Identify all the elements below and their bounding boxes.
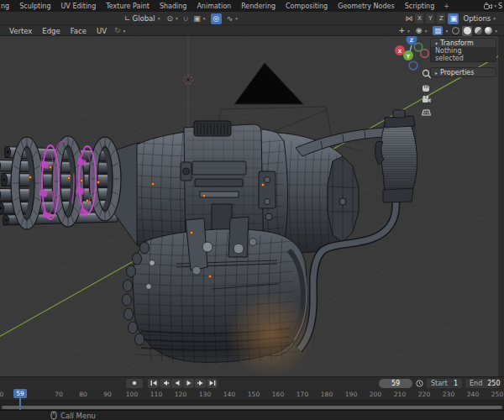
mouse-icon <box>50 411 57 420</box>
chevron-down-icon: ▾ <box>435 40 438 46</box>
frame-tick: 100 <box>126 391 138 398</box>
playhead-line <box>19 397 21 410</box>
show-gizmo-dropdown[interactable]: + <box>397 27 412 34</box>
proportional-edit-toggle[interactable]: ◎ <box>211 13 222 24</box>
shading-solid-button[interactable] <box>462 26 472 36</box>
end-label: End <box>470 380 482 387</box>
gizmo-y-label: Y <box>406 53 411 59</box>
xray-icon: ▨ <box>433 26 443 35</box>
xray-toggle[interactable]: ▨ <box>431 26 449 35</box>
selection-status-text: Nothing selected <box>435 47 491 62</box>
prev-keyframe-button[interactable] <box>160 379 171 388</box>
pyramid-object[interactable] <box>234 63 303 104</box>
select-mode-edge[interactable]: Edge <box>38 25 64 36</box>
gizmo-x-label: X <box>398 48 402 54</box>
gizmo-neg-y-axis[interactable] <box>414 43 423 51</box>
scene-icon <box>484 3 492 10</box>
show-overlays-dropdown[interactable]: ◉ <box>414 27 429 34</box>
scene-name-partial: S <box>498 3 502 10</box>
next-keyframe-button[interactable] <box>195 379 206 388</box>
select-mode-uv[interactable]: UV <box>92 25 111 36</box>
gizmo-icon: + <box>399 27 406 34</box>
sticky-select-icon: ↻ <box>114 27 121 34</box>
viewport-canvas[interactable]: Z X Y <box>0 36 504 376</box>
scrollbar-thumb[interactable] <box>2 406 502 409</box>
orientation-icon: ∟ <box>124 15 131 23</box>
solid-sphere-icon <box>464 27 471 34</box>
select-mode-face[interactable]: Face <box>66 25 91 36</box>
viewport-right-edge <box>498 36 504 376</box>
blender-window: ng Sculpting UV Editing Texture Paint Sh… <box>0 0 504 420</box>
tab-geometry-nodes[interactable]: Geometry Nodes <box>333 0 399 12</box>
chevron-down-icon[interactable]: ▾ <box>495 29 497 34</box>
tab-compositing[interactable]: Compositing <box>281 0 333 12</box>
mirror-icon: ⋈ <box>405 15 412 23</box>
zoom-button[interactable] <box>423 71 431 78</box>
status-hint: Call Menu <box>50 411 96 420</box>
properties-panel-header[interactable]: ▸ Properties <box>430 67 496 77</box>
minigun-model[interactable] <box>0 110 417 376</box>
falloff-curve-icon: ∿ <box>227 15 234 23</box>
auto-key-button[interactable] <box>126 379 143 388</box>
snap-target-dropdown[interactable]: ▣ <box>192 15 207 23</box>
viewport-scene: Z X Y <box>0 36 504 376</box>
shading-wireframe-button[interactable] <box>452 27 459 34</box>
tab-partial[interactable]: ng <box>0 0 14 12</box>
shading-material-button[interactable] <box>475 27 482 34</box>
tab-animation[interactable]: Animation <box>192 0 236 12</box>
gizmo-neg-x-axis[interactable] <box>421 50 429 58</box>
transform-orientation-dropdown[interactable]: ∟ Global <box>123 14 161 23</box>
camera-view-button[interactable] <box>423 96 431 102</box>
jump-to-end-button[interactable] <box>207 379 218 388</box>
current-frame-field[interactable]: 59 <box>379 379 412 388</box>
sticky-select-dropdown[interactable]: ↻ <box>113 27 127 34</box>
tab-texture-paint[interactable]: Texture Paint <box>101 0 155 12</box>
snap-target-icon: ▣ <box>193 15 201 23</box>
play-reverse-button[interactable] <box>171 379 182 388</box>
end-frame-field[interactable]: End 250 <box>465 379 499 388</box>
properties-panel-label: Properties <box>440 69 474 76</box>
frame-tick-partial: 0 <box>0 391 3 398</box>
frame-tick: 110 <box>150 391 162 398</box>
frame-tick: 180 <box>321 391 333 398</box>
end-value: 250 <box>487 380 500 387</box>
select-mode-vertex[interactable]: Vertex <box>5 25 36 36</box>
tab-sculpting[interactable]: Sculpting <box>14 0 55 12</box>
status-hint-text: Call Menu <box>60 412 96 420</box>
timeline-ruler[interactable]: 0 70809010011012013014015016017018019020… <box>0 388 504 404</box>
scene-selector[interactable]: ▾ S <box>484 0 502 12</box>
tab-scripting[interactable]: Scripting <box>400 0 440 12</box>
frame-tick: 200 <box>370 391 381 398</box>
perspective-toggle-button[interactable] <box>423 110 431 115</box>
add-workspace-button[interactable]: + <box>439 0 454 12</box>
chevron-right-icon: ▸ <box>435 70 438 76</box>
transform-panel-label: Transform <box>440 39 474 47</box>
snapping-toggle[interactable]: ▣ <box>448 13 459 24</box>
options-dropdown[interactable]: Options <box>461 14 497 23</box>
snap-magnet-icon[interactable]: ∪ <box>183 15 189 23</box>
jump-to-start-button[interactable] <box>148 379 159 388</box>
orientation-label: Global <box>133 14 155 23</box>
frame-tick: 120 <box>175 391 186 398</box>
playhead-frame-label: 59 <box>16 390 24 397</box>
gizmo-z-label: Z <box>410 37 414 43</box>
frame-tick: 170 <box>297 391 308 398</box>
mirror-x-toggle[interactable]: X <box>415 13 423 24</box>
pivot-point-dropdown[interactable]: ⊙ <box>165 15 179 23</box>
mirror-z-toggle[interactable]: Z <box>437 13 445 24</box>
falloff-dropdown[interactable]: ∿ <box>225 15 239 23</box>
frame-tick: 190 <box>345 391 357 398</box>
pan-hand-button[interactable] <box>423 86 429 92</box>
timeline-header: 59 Start 1 End 250 <box>0 376 504 388</box>
timeline-scrollbar <box>0 404 504 410</box>
frame-tick: 150 <box>248 391 260 398</box>
mirror-y-toggle[interactable]: Y <box>426 13 434 24</box>
shading-rendered-button[interactable] <box>485 27 492 34</box>
gizmo-neg-z-axis[interactable] <box>409 61 417 70</box>
tab-rendering[interactable]: Rendering <box>236 0 281 12</box>
start-frame-field[interactable]: Start 1 <box>427 379 462 388</box>
frame-tick: 250 <box>491 391 503 398</box>
tab-uv-editing[interactable]: UV Editing <box>56 0 102 12</box>
tab-shading[interactable]: Shading <box>155 0 192 12</box>
play-button[interactable] <box>183 379 194 388</box>
